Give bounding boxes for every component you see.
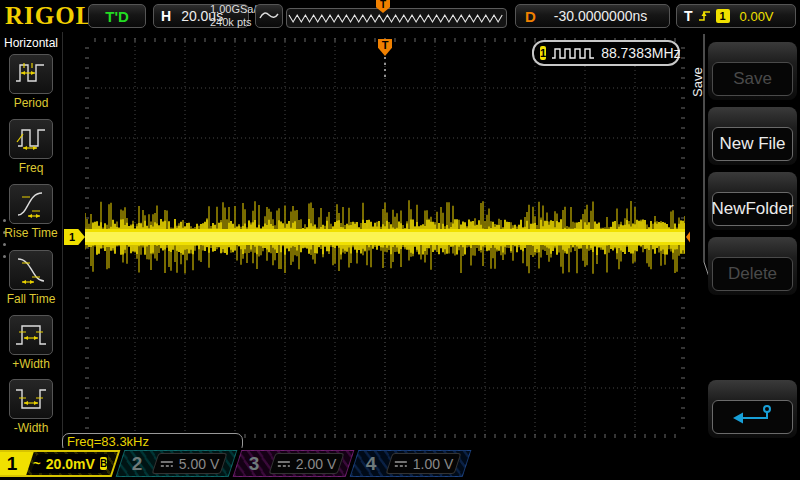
waveform-preview-icon-box <box>255 4 283 28</box>
trigger-level-value: 0.00V <box>740 9 774 24</box>
horizontal-offset-value: -30.0000000ns <box>554 8 647 24</box>
menu-item-label: +Width <box>0 357 62 371</box>
trigger-status-indicator: T'D <box>88 4 146 28</box>
delay-label: D <box>525 8 536 25</box>
channel-1-number-zone: 1 <box>0 452 34 475</box>
rising-edge-icon <box>698 9 711 23</box>
ac-coupling-symbol: ~ <box>33 456 41 471</box>
channel-1-status[interactable]: 1 ~ 20.0mV B <box>0 450 120 477</box>
memory-position-preview[interactable] <box>286 8 507 28</box>
softkey-save[interactable]: Save <box>708 42 797 100</box>
softkey-new-file[interactable]: New File <box>708 107 797 165</box>
channel-1-scale-box: ~ 20.0mV B <box>31 454 109 473</box>
channel-status-bar: 1 ~ 20.0mV B 2 5.00 V 3 2.00 V 4 <box>0 448 800 480</box>
bandwidth-limit-badge: B <box>100 457 107 470</box>
dc-coupling-icon <box>160 460 174 468</box>
graticule <box>85 38 685 438</box>
menu-item-neg-width[interactable]: -Width <box>0 379 62 435</box>
dc-coupling-icon <box>394 460 408 468</box>
square-wave-icon <box>551 47 595 60</box>
menu-item-period[interactable]: Period <box>0 54 62 110</box>
menu-item-label: Rise Time <box>0 226 62 240</box>
trigger-position-dashed-line <box>384 57 386 79</box>
channel-4-status[interactable]: 4 1.00 V <box>350 450 472 477</box>
trigger-source-badge: 1 <box>716 9 730 23</box>
return-arrow-icon <box>732 404 774 430</box>
trigger-status-text: T'D <box>105 8 129 25</box>
rigol-logo: RIGOL <box>5 2 93 30</box>
save-menu-panel: Save Save New File NewFolder Delete <box>690 32 800 448</box>
menu-item-pos-width[interactable]: +Width <box>0 315 62 371</box>
softkey-delete[interactable]: Delete <box>708 237 797 295</box>
preview-waveform-zigzag <box>287 9 504 25</box>
menu-item-fall-time[interactable]: Fall Time <box>0 250 62 306</box>
menu-item-label: -Width <box>0 421 62 435</box>
horizontal-label: H <box>161 8 171 24</box>
menu-item-rise-time[interactable]: Rise Time <box>0 184 62 240</box>
waveform-display[interactable] <box>85 38 685 438</box>
softkey-new-folder[interactable]: NewFolder <box>708 172 797 230</box>
pos-width-icon <box>9 315 53 355</box>
menu-item-label: Fall Time <box>0 292 62 306</box>
period-icon <box>9 54 53 94</box>
menu-tab-label: Save <box>690 54 704 110</box>
counter-frequency-value: 88.7383MHz <box>601 45 680 61</box>
softkey-return[interactable] <box>708 380 797 438</box>
sine-wave-icon <box>259 7 279 25</box>
rise-time-icon <box>9 184 53 224</box>
measure-menu-panel: Horizontal Period Freq Rise Time Fall Ti… <box>0 32 63 448</box>
channel-3-status[interactable]: 3 2.00 V <box>233 450 355 477</box>
measure-menu-title: Horizontal <box>0 36 62 50</box>
trigger-label: T <box>684 8 693 24</box>
fall-time-icon <box>9 250 53 290</box>
channel-2-status[interactable]: 2 5.00 V <box>116 450 238 477</box>
neg-width-icon <box>9 379 53 419</box>
trigger-settings-box[interactable]: T 1 0.00V <box>676 4 796 28</box>
freq-icon <box>9 119 53 159</box>
top-status-bar: RIGOL T'D H 20.0us 1.00GSa/s 240k pts T … <box>0 0 800 32</box>
horizontal-offset-box[interactable]: D -30.0000000ns <box>515 4 670 28</box>
channel1-level-marker[interactable]: 1 <box>64 229 85 245</box>
menu-item-freq[interactable]: Freq <box>0 119 62 175</box>
frequency-counter-badge: 1 88.7383MHz <box>532 40 680 66</box>
menu-item-label: Period <box>0 96 62 110</box>
counter-channel-badge: 1 <box>540 46 546 60</box>
dc-coupling-icon <box>277 460 291 468</box>
menu-item-label: Freq <box>0 161 62 175</box>
